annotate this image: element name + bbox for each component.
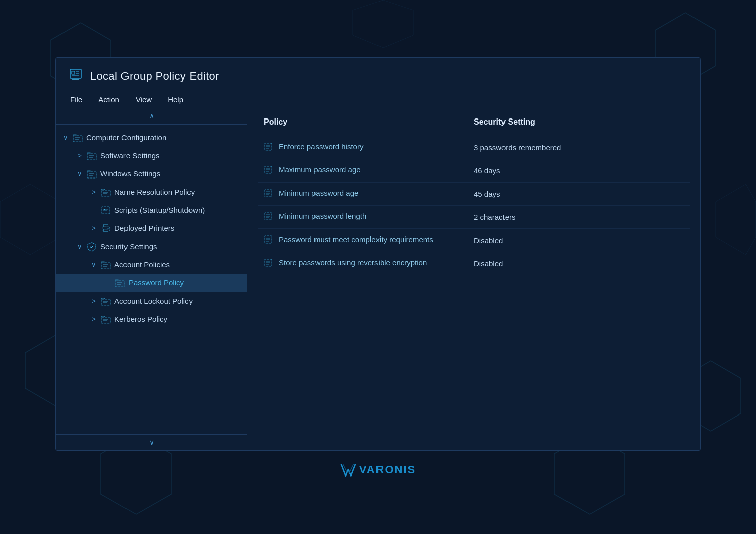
label-password-policy: Password Policy <box>129 278 184 287</box>
varonis-logo-text: VARONIS <box>359 463 416 477</box>
right-panel: Policy Security Setting Enforce password… <box>247 108 700 450</box>
label-deployed-printers: Deployed Printers <box>114 224 174 232</box>
table-row[interactable]: Minimum password age45 days <box>258 183 690 206</box>
scroll-down-button[interactable]: ∨ <box>56 434 247 450</box>
tree-item-software-settings[interactable]: > Software Settings <box>56 147 247 165</box>
policy-name-2: Minimum password age <box>264 188 474 200</box>
icon-software-settings <box>86 150 97 161</box>
menu-view[interactable]: View <box>136 95 152 104</box>
tree-item-scripts[interactable]: Scripts (Startup/Shutdown) <box>56 201 247 219</box>
content-area: ∧ ∨ Computer Configuration> Software Set… <box>56 108 700 450</box>
svg-rect-40 <box>101 299 110 305</box>
policy-name-text-2: Minimum password age <box>279 188 358 198</box>
tree-item-account-policies[interactable]: ∨ Account Policies <box>56 256 247 274</box>
policy-name-4: Password must meet complexity requiremen… <box>264 234 474 247</box>
policy-name-text-5: Store passwords using reversible encrypt… <box>279 257 427 268</box>
icon-computer-config <box>72 132 83 143</box>
svg-rect-31 <box>103 224 108 227</box>
policy-value-5: Disabled <box>474 259 684 268</box>
svg-rect-24 <box>101 190 110 196</box>
svg-marker-8 <box>716 184 756 255</box>
varonis-logo: VARONIS <box>340 463 416 477</box>
icon-account-policies <box>100 259 111 270</box>
svg-rect-34 <box>101 263 110 269</box>
policy-name-5: Store passwords using reversible encrypt… <box>264 257 474 270</box>
tree-item-account-lockout[interactable]: > Account Lockout Policy <box>56 292 247 310</box>
svg-rect-15 <box>73 136 82 142</box>
icon-kerberos <box>100 314 111 325</box>
menu-bar: File Action View Help <box>56 91 700 108</box>
table-header: Policy Security Setting <box>258 108 690 132</box>
varonis-logo-icon <box>340 463 356 477</box>
policy-value-1: 46 days <box>474 166 684 175</box>
label-software-settings: Software Settings <box>100 151 160 160</box>
menu-file[interactable]: File <box>70 95 82 104</box>
expander-deployed-printers: > <box>90 224 97 232</box>
svg-rect-18 <box>87 154 96 160</box>
expander-windows-settings: ∨ <box>76 170 83 177</box>
svg-marker-6 <box>353 0 413 48</box>
icon-deployed-printers <box>100 223 111 234</box>
policy-value-0: 3 passwords remembered <box>474 143 684 152</box>
col-security-header: Security Setting <box>474 117 684 127</box>
policy-value-4: Disabled <box>474 236 684 245</box>
policy-name-text-1: Maximum password age <box>279 164 361 175</box>
table-row[interactable]: Maximum password age46 days <box>258 159 690 183</box>
policy-row-icon-0 <box>264 142 273 154</box>
tree-content: ∨ Computer Configuration> Software Setti… <box>56 125 247 434</box>
policy-rows: Enforce password history3 passwords reme… <box>258 136 690 275</box>
policy-row-icon-5 <box>264 258 273 270</box>
icon-windows-settings <box>86 168 97 180</box>
label-windows-settings: Windows Settings <box>100 169 160 178</box>
tree-item-windows-settings[interactable]: ∨ Windows Settings <box>56 165 247 183</box>
icon-scripts <box>100 205 111 216</box>
menu-help[interactable]: Help <box>168 95 183 104</box>
main-window: Local Group Policy Editor File Action Vi… <box>55 57 701 451</box>
label-computer-config: Computer Configuration <box>86 133 166 142</box>
icon-security-settings <box>86 241 97 252</box>
expander-account-policies: ∨ <box>90 261 97 268</box>
policy-name-text-0: Enforce password history <box>279 141 363 152</box>
table-row[interactable]: Enforce password history3 passwords reme… <box>258 136 690 159</box>
table-row[interactable]: Store passwords using reversible encrypt… <box>258 252 690 275</box>
tree-item-kerberos[interactable]: > Kerberos Policy <box>56 310 247 328</box>
icon-password-policy <box>114 277 125 288</box>
label-kerberos: Kerberos Policy <box>114 315 167 323</box>
menu-action[interactable]: Action <box>98 95 119 104</box>
label-security-settings: Security Settings <box>100 242 157 251</box>
policy-name-1: Maximum password age <box>264 164 474 177</box>
expander-account-lockout: > <box>90 297 97 305</box>
expander-security-settings: ∨ <box>76 243 83 250</box>
table-row[interactable]: Password must meet complexity requiremen… <box>258 229 690 252</box>
policy-name-text-3: Minimum password length <box>279 211 366 221</box>
expander-computer-config: ∨ <box>62 134 69 141</box>
label-account-lockout: Account Lockout Policy <box>114 296 193 305</box>
policy-table: Policy Security Setting Enforce password… <box>247 108 700 450</box>
icon-name-resolution <box>100 187 111 198</box>
svg-marker-7 <box>0 184 60 255</box>
tree-item-computer-config[interactable]: ∨ Computer Configuration <box>56 129 247 147</box>
branding-area: VARONIS <box>340 463 416 477</box>
table-row[interactable]: Minimum password length2 characters <box>258 206 690 229</box>
tree-item-password-policy[interactable]: Password Policy <box>56 274 247 292</box>
scroll-up-button[interactable]: ∧ <box>56 108 247 125</box>
policy-row-icon-1 <box>264 165 273 177</box>
app-title: Local Group Policy Editor <box>90 70 219 83</box>
expander-software-settings: > <box>76 152 83 159</box>
tree-item-name-resolution[interactable]: > Name Resolution Policy <box>56 183 247 201</box>
tree-item-deployed-printers[interactable]: > Deployed Printers <box>56 219 247 238</box>
policy-name-text-4: Password must meet complexity requiremen… <box>279 234 433 245</box>
label-scripts: Scripts (Startup/Shutdown) <box>114 206 205 214</box>
policy-name-3: Minimum password length <box>264 211 474 223</box>
policy-value-2: 45 days <box>474 190 684 198</box>
label-name-resolution: Name Resolution Policy <box>114 188 195 196</box>
svg-rect-10 <box>72 71 75 74</box>
policy-name-0: Enforce password history <box>264 141 474 154</box>
policy-value-3: 2 characters <box>474 213 684 221</box>
col-policy-header: Policy <box>264 117 474 127</box>
svg-rect-37 <box>115 281 124 287</box>
svg-rect-27 <box>102 207 110 214</box>
expander-name-resolution: > <box>90 188 97 196</box>
svg-rect-43 <box>101 317 110 323</box>
tree-item-security-settings[interactable]: ∨ Security Settings <box>56 238 247 256</box>
